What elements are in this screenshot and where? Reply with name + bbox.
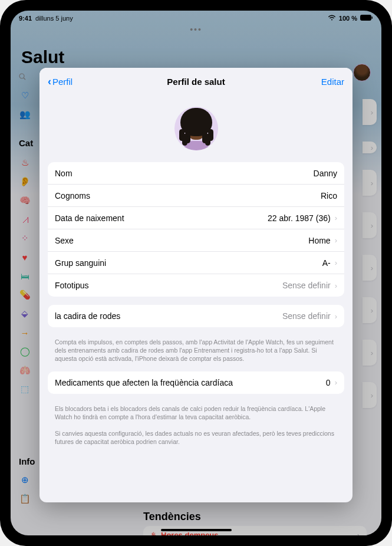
row-value: Home [308,236,330,245]
row-label: Cognoms [55,191,90,200]
personal-row: NomDanny [48,162,344,185]
personal-row[interactable]: SexeHome› [48,229,344,252]
row-value: Rico [321,191,337,200]
row-label: Nom [55,169,73,178]
medications-footer-1: Els blocadors beta i els blocadors dels … [48,402,344,429]
row-label: la cadira de rodes [55,311,120,321]
personal-row[interactable]: Grup sanguiniA-› [48,252,344,274]
modal-title: Perfil de salut [167,77,225,87]
row-value: 0 [326,378,331,387]
chevron-left-icon: ‹ [48,75,51,88]
ipad-frame: 9:41 dilluns 5 juny 100 % ••• Salut ♡ [0,0,392,546]
row-value: Danny [314,169,337,178]
modal-body: NomDannyCognomsRicoData de naixement22 a… [39,95,353,502]
row-label: Data de naixement [55,213,124,223]
chevron-right-icon: › [335,213,337,222]
wheelchair-section: la cadira de rodesSense definir› [48,305,344,327]
row-value: Sense definir [282,311,331,321]
back-button[interactable]: ‹ Perfil [48,75,73,88]
wheelchair-footer: Compta els impulsos, en comptes dels pas… [48,336,344,371]
screen: 9:41 dilluns 5 juny 100 % ••• Salut ♡ [11,11,381,535]
chevron-right-icon: › [335,236,337,245]
chevron-right-icon: › [335,258,337,267]
personal-row[interactable]: Data de naixement22 abr. 1987 (36)› [48,207,344,229]
home-indicator[interactable] [161,529,232,531]
row-label: Medicaments que afecten la freqüència ca… [55,378,233,387]
row-value: A- [322,258,331,268]
profile-avatar[interactable] [174,107,218,150]
personal-row: CognomsRico [48,185,344,207]
personal-row[interactable]: FototipusSense definir› [48,274,344,297]
wheelchair-row[interactable]: la cadira de rodesSense definir› [48,305,344,327]
personal-info-section: NomDannyCognomsRicoData de naixement22 a… [48,162,344,297]
medications-footer-2: Si canvies aquesta configuració, les dad… [48,429,344,454]
row-value: 22 abr. 1987 (36) [268,213,331,223]
edit-button[interactable]: Editar [321,77,344,87]
row-label: Sexe [55,236,74,245]
chevron-right-icon: › [335,378,337,387]
chevron-right-icon: › [335,312,337,321]
chevron-right-icon: › [335,281,337,290]
row-label: Grup sanguini [55,258,106,268]
medication-row[interactable]: Medicaments que afecten la freqüència ca… [48,371,344,394]
row-label: Fototipus [55,281,89,290]
health-profile-modal: ‹ Perfil Perfil de salut Editar [39,68,353,502]
back-label: Perfil [52,77,73,87]
row-value: Sense definir [282,281,331,290]
medications-section: Medicaments que afecten la freqüència ca… [48,371,344,394]
modal-header: ‹ Perfil Perfil de salut Editar [39,68,353,95]
